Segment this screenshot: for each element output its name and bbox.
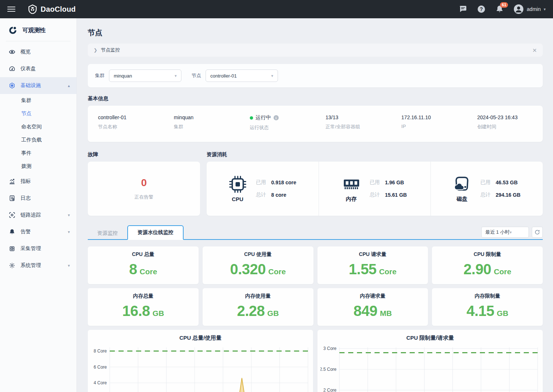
stat-title: 内存请求量 [317, 293, 428, 299]
pods-value: 13/13 [326, 114, 391, 120]
log-search-icon [9, 195, 15, 201]
pods-label: 正常/全部容器组 [326, 124, 391, 130]
cpu-limit-request-chart-canvas[interactable]: 3 Core2.5 Core2 Core [320, 345, 540, 392]
stat-value: 4.15 [466, 303, 494, 319]
info-col-status: 运行中 i 运行状态 [240, 114, 315, 131]
username: admin [527, 6, 541, 12]
used-label: 已用 [480, 179, 490, 186]
node-filter-label: 节点 [192, 72, 201, 79]
sidebar-item-dashboard[interactable]: 仪表盘 [0, 60, 76, 77]
sidebar-item-label: 基础设施 [20, 82, 41, 89]
sidebar-item-metrics[interactable]: 指标 [0, 173, 76, 190]
info-icon[interactable]: i [274, 115, 279, 120]
chevron-down-icon: ▾ [68, 230, 70, 234]
sidebar-item-logs[interactable]: 日志 [0, 190, 76, 207]
cpu-total-usage-chart-canvas[interactable]: 8 Core6 Core4 Core2 Core [91, 345, 310, 392]
stat-value: 2.28 [237, 303, 265, 319]
refresh-button[interactable] [532, 227, 543, 238]
message-icon[interactable] [459, 5, 467, 14]
resource-card: CPU 已用0.918 core 总计8 core 内存 [207, 162, 543, 216]
cluster-select[interactable]: minquan ▾ [109, 69, 181, 82]
stat-card-memory-limit: 内存限制量 4.15GB [432, 288, 543, 326]
sidebar-module-observability[interactable]: 可观测性 [0, 18, 76, 41]
sidebar-item-event[interactable]: 事件 [0, 147, 76, 160]
resource-block-cpu: CPU 已用0.918 core 总计8 core [207, 162, 319, 216]
svg-text:3 Core: 3 Core [323, 346, 336, 351]
stat-value: 2.90 [463, 261, 491, 277]
stat-title: CPU 请求量 [317, 251, 428, 258]
sidebar-item-system[interactable]: 系统管理 ▾ [0, 257, 76, 274]
stat-card-cpu-request: CPU 请求量 1.55Core [317, 246, 428, 284]
stat-title: CPU 使用量 [203, 251, 313, 258]
basic-info-card: controller-01 节点名称 minquan 集群 运行中 i 运行状态… [88, 106, 543, 142]
stat-card-memory-request: 内存请求量 849MB [317, 288, 428, 326]
tab-resource-waterline[interactable]: 资源水位线监控 [127, 225, 184, 240]
notification-badge: 61 [500, 2, 508, 8]
memory-used-value: 1.96 GB [385, 180, 404, 185]
tracing-icon [9, 212, 15, 218]
tab-resource-monitor[interactable]: 资源监控 [88, 227, 127, 240]
sidebar: 可观测性 概览 仪表盘 基础设施 ▴ 集群 节点 命名空间 工作负载 事件 拨测… [0, 18, 77, 392]
chart-svg: 8 Core6 Core4 Core2 Core [91, 345, 310, 392]
svg-text:4 Core: 4 Core [94, 380, 107, 385]
cluster-select-value: minquan [114, 73, 132, 79]
bell-icon [9, 229, 15, 235]
chevron-down-icon: ▾ [68, 263, 70, 268]
stat-card-cpu-usage: CPU 使用量 0.320Core [203, 246, 313, 284]
stat-value: 16.8 [122, 303, 150, 319]
node-select[interactable]: controller-01 ▾ [206, 69, 278, 82]
chevron-up-icon: ▴ [68, 83, 70, 88]
sidebar-item-overview[interactable]: 概览 [0, 44, 76, 60]
sidebar-item-label: 仪表盘 [20, 65, 36, 72]
time-range-select[interactable]: 最近 1 小时 ▾ [481, 227, 529, 238]
sidebar-item-tracing[interactable]: 链路追踪 ▾ [0, 207, 76, 223]
stat-card-memory-usage: 内存使用量 2.28GB [203, 288, 313, 326]
sidebar-item-label: 系统管理 [20, 262, 41, 269]
chart-title: CPU 总量/使用量 [91, 335, 310, 342]
sidebar-item-cluster[interactable]: 集群 [0, 94, 76, 107]
main-content: 节点 ❯ 节点监控 ✕ 集群 minquan ▾ 节点 controller-0… [77, 18, 553, 392]
sidebar-item-probe[interactable]: 拨测 [0, 160, 76, 173]
cpu-total-value: 8 core [271, 192, 286, 198]
chevron-down-icon: ▾ [174, 74, 177, 78]
status-label: 运行状态 [250, 124, 315, 131]
chevron-down-icon: ▾ [509, 230, 512, 235]
stat-card-cpu-total: CPU 总量 8Core [88, 246, 199, 284]
metrics-chart-icon [9, 178, 15, 185]
svg-text:8 Core: 8 Core [94, 348, 107, 354]
sub-item-label: 工作负载 [21, 137, 42, 143]
stat-unit: MB [380, 309, 392, 317]
cpu-total-usage-chart-card: CPU 总量/使用量 8 Core6 Core4 Core2 Core [88, 330, 313, 392]
monitor-tabbar: 资源监控 资源水位线监控 最近 1 小时 ▾ [88, 225, 543, 240]
created-value: 2024-05-23 16:43 [477, 114, 543, 120]
daocloud-logo[interactable]: DaoCloud [28, 4, 76, 14]
disk-total-value: 294.16 GB [496, 192, 520, 198]
stat-unit: Core [140, 267, 157, 276]
stat-card-cpu-limit: CPU 限制量 2.90Core [432, 246, 543, 284]
chart-svg: 3 Core2.5 Core2 Core [320, 345, 540, 392]
alerting-count: 0 [141, 177, 147, 189]
sidebar-item-collection[interactable]: 采集管理 [0, 240, 76, 257]
menu-toggle-button[interactable] [7, 7, 15, 12]
close-icon[interactable]: ✕ [532, 48, 537, 53]
gauge-icon [9, 65, 15, 72]
memory-total-value: 15.61 GB [385, 192, 407, 198]
sidebar-item-infrastructure[interactable]: 基础设施 ▴ [0, 77, 76, 94]
breadcrumb: ❯ 节点监控 ✕ [88, 44, 543, 57]
chevron-down-icon: ▾ [543, 7, 546, 12]
user-menu[interactable]: admin ▾ [514, 4, 546, 14]
sidebar-item-node[interactable]: 节点 [0, 107, 76, 120]
svg-text:?: ? [480, 6, 483, 12]
help-icon[interactable]: ? [477, 5, 486, 14]
stat-value: 849 [353, 303, 377, 319]
infrastructure-icon [9, 82, 15, 89]
info-col-cluster: minquan 集群 [163, 114, 239, 131]
sidebar-item-workload[interactable]: 工作负载 [0, 133, 76, 147]
notification-bell-button[interactable]: 61 [495, 5, 504, 14]
used-label: 已用 [370, 179, 380, 186]
resource-block-memory: 内存 已用1.96 GB 总计15.61 GB [319, 162, 431, 216]
sidebar-item-namespace[interactable]: 命名空间 [0, 120, 76, 133]
stat-value: 8 [129, 261, 137, 277]
sub-item-label: 拨测 [21, 163, 31, 170]
sidebar-item-alerts[interactable]: 告警 ▾ [0, 223, 76, 240]
